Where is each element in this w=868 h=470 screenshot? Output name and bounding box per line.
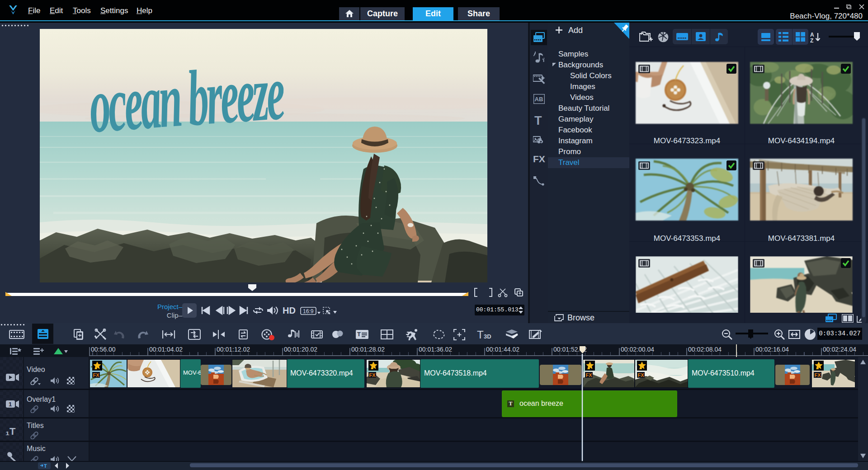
svg-text:T: T [357, 331, 361, 338]
svg-text:FX: FX [638, 372, 645, 378]
svg-text:T: T [477, 329, 484, 340]
svg-text:FX: FX [369, 372, 376, 378]
svg-text:Z: Z [810, 38, 813, 43]
svg-text:FX: FX [815, 372, 821, 378]
svg-text:ocean breeze: ocean breeze [86, 48, 287, 149]
svg-text:HD: HD [283, 306, 296, 315]
svg-text:A: A [810, 32, 814, 38]
svg-text:AB: AB [535, 96, 543, 103]
svg-text:FX: FX [93, 372, 100, 378]
svg-text:3D: 3D [484, 333, 491, 340]
svg-text:FX: FX [586, 372, 593, 378]
svg-text:T: T [44, 463, 47, 468]
svg-text:16:9: 16:9 [303, 308, 314, 315]
svg-text:1: 1 [9, 401, 12, 408]
